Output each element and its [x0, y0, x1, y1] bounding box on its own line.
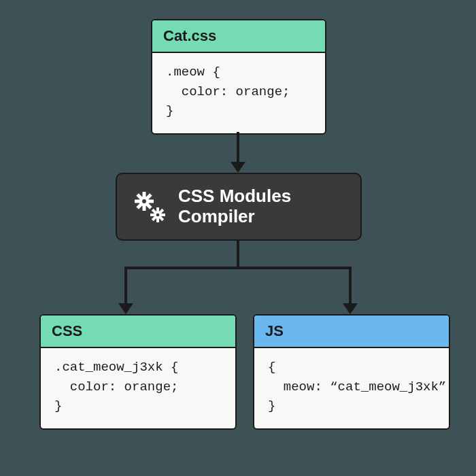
- arrow-fork-right-head: [343, 303, 358, 314]
- output-css-box: CSS .cat_meow_j3xk { color: orange; }: [39, 314, 237, 430]
- svg-rect-15: [156, 218, 159, 222]
- svg-point-9: [142, 199, 146, 203]
- arrow-source-to-compiler-head: [231, 162, 245, 173]
- arrow-fork-left-line: [124, 267, 127, 303]
- arrow-fork-left-head: [118, 303, 133, 314]
- svg-rect-1: [143, 192, 146, 197]
- svg-point-19: [156, 214, 160, 217]
- arrow-source-to-compiler-line: [237, 132, 239, 162]
- svg-rect-5: [143, 206, 146, 211]
- svg-rect-17: [150, 214, 154, 216]
- source-file-code: .meow { color: orange; }: [152, 53, 325, 133]
- output-js-box: JS { meow: “cat_meow_j3xk” }: [253, 314, 450, 430]
- compiler-label: CSS Modules Compiler: [178, 186, 291, 227]
- compiler-box: CSS Modules Compiler: [116, 173, 362, 241]
- arrow-fork-right-line: [349, 267, 352, 303]
- svg-rect-7: [135, 199, 139, 203]
- output-js-title: JS: [254, 316, 449, 348]
- output-css-code: .cat_meow_j3xk { color: orange; }: [41, 348, 235, 428]
- gears-icon: [131, 188, 169, 226]
- output-js-code: { meow: “cat_meow_j3xk” }: [254, 348, 449, 428]
- source-file-title: Cat.css: [152, 20, 325, 53]
- output-css-title: CSS: [41, 316, 235, 348]
- svg-rect-13: [162, 214, 166, 216]
- compiler-label-line2: Compiler: [178, 206, 255, 226]
- svg-rect-11: [156, 207, 159, 211]
- source-file-box: Cat.css .meow { color: orange; }: [151, 19, 326, 135]
- arrow-fork-bar: [124, 267, 352, 269]
- compiler-label-line1: CSS Modules: [178, 186, 291, 206]
- svg-rect-3: [149, 199, 154, 203]
- arrow-fork-stem: [237, 241, 239, 268]
